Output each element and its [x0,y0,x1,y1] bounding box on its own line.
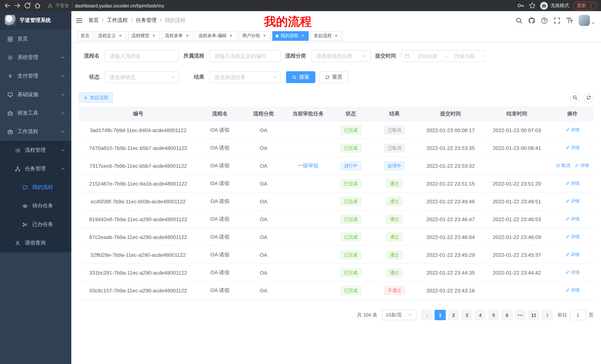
home-icon[interactable] [34,2,41,9]
close-icon[interactable]: × [151,33,156,38]
current-task-link[interactable]: 一级审批 [298,162,319,168]
page-button-1[interactable]: 1 [435,310,446,320]
detail-button[interactable]: 详情 [565,287,580,294]
page-button-5[interactable]: 5 [488,310,499,320]
sidebar-item-infrastructure[interactable]: 基础设施 [0,85,71,104]
breadcrumb-item[interactable]: 首页 [88,17,99,24]
tab-process-definition[interactable]: 流程定义× [95,31,126,41]
cell-submit-time: 2022-01-22 23:53:35 [419,145,482,151]
avatar[interactable] [579,15,595,26]
tab-label: 流程表单 [165,33,183,39]
tab-label: 首页 [80,33,90,39]
cell-actions: 取消详情 [551,163,594,169]
cell-category: OA [242,127,285,133]
list-icon [15,147,20,153]
key-icon[interactable] [517,2,524,9]
start-date-input[interactable] [411,50,444,62]
page-size-select[interactable]: 10条/页 [382,310,416,320]
star-icon[interactable] [529,2,536,9]
close-icon[interactable]: × [118,33,123,38]
tab-my-process[interactable]: 我的流程× [272,31,309,41]
more-pages-button[interactable]: ••• [515,310,526,320]
back-icon[interactable] [4,2,11,9]
tab-start-process[interactable]: 发起流程× [311,31,342,41]
sidebar-item-dev-tools[interactable]: 研发工具 [0,104,71,123]
detail-button[interactable]: 详情 [565,234,580,240]
fullscreen-icon[interactable] [553,17,561,24]
cell-submit-time: 2022-01-22 23:46:47 [419,216,482,222]
total-count: 共 104 条 [357,312,377,318]
close-icon[interactable]: × [185,33,190,38]
sidebar-item-task-mgmt[interactable]: 任务管理 [0,160,71,178]
sidebar-item-system[interactable]: 系统管理 [0,48,71,67]
category-select[interactable] [311,50,371,62]
next-page-button[interactable] [541,310,553,320]
close-icon[interactable]: × [334,33,339,38]
tab-home[interactable]: 首页 [77,31,93,41]
detail-button[interactable]: 详情 [565,198,580,204]
cancel-button[interactable]: 取消 [556,163,570,169]
search-icon[interactable] [516,17,523,24]
close-icon[interactable]: × [229,33,234,38]
tab-user-group[interactable]: 用户分组× [239,31,270,41]
process-name-input[interactable] [105,50,179,62]
sidebar-item-todo-tasks[interactable]: 待办任务 [0,197,71,215]
sidebar-item-payment[interactable]: ¥支付管理 [0,67,71,85]
detail-button[interactable]: 详情 [565,127,580,133]
reload-icon[interactable] [24,2,31,9]
github-icon[interactable] [528,17,535,24]
page-button-3[interactable]: 3 [461,310,472,320]
page-button-4[interactable]: 4 [475,310,486,320]
filter-row-2: 状态 结果 搜 [79,71,594,83]
status-select[interactable] [105,71,179,83]
tab-process-form-edit[interactable]: 流程表单-编辑× [195,31,237,41]
result-tag: 通过 [386,179,403,188]
forward-icon[interactable] [14,2,21,9]
action-label: 详情 [571,180,580,187]
detail-button[interactable]: 详情 [565,145,580,151]
detail-button[interactable]: 详情 [565,180,580,187]
close-icon[interactable]: × [262,33,267,38]
search-button[interactable]: 搜索 [286,71,315,83]
toggle-search-button[interactable] [570,93,580,103]
update-button[interactable]: 更新 ⋮ [573,1,597,10]
tab-process-model[interactable]: 流程模型× [128,31,160,41]
result-select[interactable] [210,71,281,83]
end-date-input[interactable] [448,50,481,62]
sidebar-item-home[interactable]: 首页 [0,30,71,48]
address-bar[interactable]: 不安全 dashboard.yudao.iocoder.cn/bpm/task/… [48,2,514,9]
category-select-input[interactable] [312,50,370,62]
font-size-icon[interactable] [566,17,573,24]
process-id-input[interactable] [210,50,280,62]
breadcrumb-item[interactable]: 工作流程 [107,17,128,24]
detail-button[interactable]: 详情 [565,269,580,276]
prev-page-button[interactable] [421,310,432,320]
table-row: 819442e8-7b9a-11ec-a290-acde48001122OA 请… [79,211,594,228]
breadcrumb-item[interactable]: 任务管理 [136,17,157,24]
create-process-button[interactable]: 发起流程 [79,92,113,103]
sidebar-item-workflow[interactable]: 工作流程 [0,123,71,141]
hamburger-icon[interactable] [76,17,83,24]
status-select-input[interactable] [105,72,179,83]
refresh-table-button[interactable] [583,93,594,103]
sidebar-item-leave-query[interactable]: 请假查询 [0,234,71,252]
page-button-2[interactable]: 2 [448,310,459,320]
sidebar-item-done-tasks[interactable]: 已办任务 [0,215,71,234]
detail-button[interactable]: 详情 [565,252,580,258]
date-range-picker[interactable]: - [401,50,484,62]
reset-button[interactable]: 重置 [319,71,348,83]
tab-process-form[interactable]: 流程表单× [161,31,193,41]
detail-button[interactable]: 详情 [575,163,589,169]
page-button-11[interactable]: 11 [528,310,539,320]
detail-button[interactable]: 详情 [565,216,580,222]
table-row: ec45f38f-7b9a-11ec-b03b-acde48001122OA 请… [79,192,594,211]
sidebar-item-my-process[interactable]: 我的流程 [0,178,71,197]
page-button-6[interactable]: 6 [501,310,513,320]
yen-icon: ¥ [7,73,13,79]
close-icon[interactable]: × [300,33,305,38]
result-select-input[interactable] [210,72,280,83]
help-icon[interactable] [541,17,548,24]
sidebar-item-process-mgmt[interactable]: 流程管理 [0,141,71,160]
goto-page-input[interactable] [570,310,586,320]
security-label: 不安全 [55,2,69,9]
